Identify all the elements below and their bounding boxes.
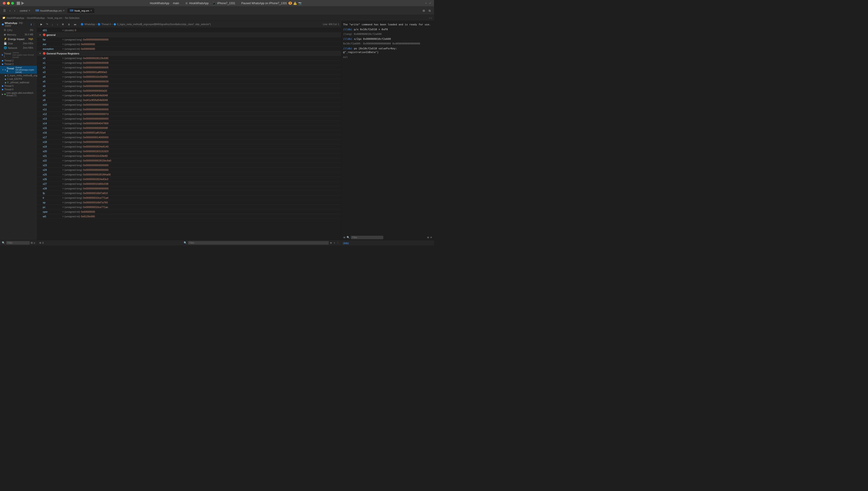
console-input-field[interactable] <box>350 241 432 244</box>
paused-status: Paused WhatsApp on iPhone7_1331 <box>241 2 287 5</box>
close-button[interactable] <box>3 2 6 5</box>
var-row-x1: x1 = (unsigned long) 0x0000000000000008 <box>37 60 341 65</box>
minimize-button[interactable] <box>7 2 10 5</box>
thread-item-3[interactable]: Thread 3 <box>0 62 37 66</box>
view-options-icon[interactable]: ⊞ <box>421 8 426 13</box>
thread-item-1[interactable]: Thread 1 Queue: com.apple.main-thread (s… <box>0 51 37 59</box>
scroll-right-icon[interactable]: › <box>431 17 432 19</box>
filter-mode-icon[interactable]: ≡ <box>34 241 35 244</box>
var-x23-type: = (unsigned long) <box>62 164 82 167</box>
var-row-pc: pc = (unsigned long) 0x000000010ce771ac <box>37 205 341 209</box>
eye-icon-console[interactable]: 👁 <box>343 236 346 239</box>
var-x0-name: x0 <box>43 57 61 60</box>
copy-icon[interactable]: ⊕ <box>427 236 429 239</box>
var-row-x17: x17 = (unsigned long) 0x0000000014000000 <box>37 135 341 140</box>
var-x22-value: 0x0000000002815bc8a0 <box>83 159 111 162</box>
options-icon[interactable]: ⋮ <box>33 23 35 26</box>
play-button[interactable] <box>21 2 24 5</box>
process-item[interactable]: WhatsApp PID 15800 ℹ ⋮ <box>0 21 37 28</box>
var-x27-name: x27 <box>43 182 61 185</box>
thread-4-child-3[interactable]: ◆ 9 _pthread_wqthread <box>0 81 37 84</box>
var-x14-name: x14 <box>43 122 61 125</box>
console-result-1: (long) 0x000000010cf2a600 <box>343 33 382 36</box>
variables-filter-input[interactable] <box>188 241 329 244</box>
step-in-btn[interactable]: ↓ <box>51 22 55 27</box>
tab-hookreg-icon: ⌨ <box>70 9 73 12</box>
scroll-left-icon[interactable]: ‹ <box>429 17 430 19</box>
breadcrumb-part-2[interactable]: HookWhatsApp <box>27 17 44 19</box>
pause-all-btn[interactable]: ⏸ <box>66 22 71 27</box>
var-section-general[interactable]: ▼ 🔴 general <box>37 33 341 37</box>
forward-icon[interactable]: › <box>13 8 17 13</box>
console-line-6: (lldb) po [0x10cf2a510 valueForKey: @"_r… <box>343 47 432 54</box>
breadcrumb-part-1[interactable]: HookWhatsApp <box>6 17 24 19</box>
metric-energy-label: Energy Impact <box>8 38 24 40</box>
thread-selector-thread-icon: 🔵 <box>98 23 100 26</box>
thread-item-4[interactable]: ▼ Thread 4 Queue: net.whatsapp.crypto (s… <box>0 66 37 74</box>
back-icon[interactable]: ‹ <box>8 8 12 13</box>
filter-input[interactable] <box>6 241 30 244</box>
var-x15-name: x15 <box>43 126 61 129</box>
var-row-lr: lr = (unsigned long) 0x000000010ce771a4 <box>37 196 341 200</box>
tab-hookreg-close[interactable]: ✕ <box>90 9 92 12</box>
tab-hookwhatsapp-icon: ⌨ <box>35 9 39 12</box>
tab-hookwhatsapp[interactable]: ⌨ HookWhatsApp.xm ✕ <box>33 8 67 13</box>
tab-control[interactable]: control ✕ <box>18 8 33 13</box>
options-icon-2[interactable]: ⋮ <box>337 241 339 244</box>
var-x17-value: 0x0000000014000000 <box>83 136 108 139</box>
metric-cpu[interactable]: ⚙ CPU 0% <box>0 28 37 32</box>
thread-item-6[interactable]: Thread 6 <box>0 88 37 91</box>
step-out-btn[interactable]: ↑ <box>56 22 60 27</box>
metric-memory[interactable]: ◉ Memory 36.6 MB <box>0 32 37 37</box>
thread-item-eventfetch[interactable]: ▶ com.apple.uikit.eventfetch-thread (7) <box>0 91 37 97</box>
console-search-input[interactable] <box>351 236 383 239</box>
breakpoint-btn[interactable]: ⊕ <box>60 22 65 27</box>
info-icon-2[interactable]: ℹ <box>42 241 43 244</box>
general-expand[interactable]: ▼ <box>39 34 43 36</box>
thread-item-5[interactable]: Thread 5 <box>0 84 37 88</box>
var-row-x2: x2 = (unsigned long) 0x0000000000000005 <box>37 65 341 70</box>
filter-dropdown-icon[interactable]: ▼ <box>330 241 332 244</box>
tab-hookreg[interactable]: ⌨ hook_reg.xm ✕ <box>67 8 94 13</box>
metric-disk[interactable]: 💾 Disk Zero KB/s <box>0 41 37 46</box>
metric-network[interactable]: 🌐 Network Zero KB/s <box>0 46 37 50</box>
var-w0-value: 0x8129c690 <box>81 215 95 218</box>
var-row-fp: fp = (unsigned long) 0x000000016bf7a810 <box>37 191 341 196</box>
breadcrumb-part-3[interactable]: hook_reg.xm <box>48 17 62 19</box>
fullscreen-button[interactable] <box>11 2 14 5</box>
thread-4-child-2[interactable]: ◆ 1 sub_6307F8 <box>0 77 37 81</box>
var-x10-name: x10 <box>43 103 61 106</box>
resume-all-btn[interactable]: ⏭ <box>72 22 78 27</box>
console-input-prompt: (lldb) <box>343 242 349 244</box>
split-view-icon[interactable]: ⧉ <box>427 8 432 13</box>
stop-button[interactable] <box>17 2 20 5</box>
thread-4-child-1[interactable]: ◆ 0_logos_meta_method$_ungrouped$WASigna… <box>0 74 37 77</box>
console-cmd-1: p/x 0x10cf2a510 + 0xF0 <box>354 28 388 31</box>
add-button[interactable]: ＋ <box>425 1 427 5</box>
gpr-expand[interactable]: ▼ <box>39 52 43 55</box>
thread-5-label: Thread 5 <box>4 85 13 87</box>
var-section-gpr[interactable]: ▼ 🔴 General Purpose Registers <box>37 51 341 56</box>
metric-energy[interactable]: ⚡ Energy Impact High <box>0 37 37 41</box>
tab-control-close[interactable]: ✕ <box>28 9 30 12</box>
expand-button[interactable]: ⤢ <box>429 2 431 5</box>
continue-btn[interactable]: ▶ <box>39 22 44 27</box>
var-sp-value: 0x000000016bf7a760 <box>83 201 107 204</box>
thread-eventfetch-expand[interactable]: ▶ <box>2 93 3 95</box>
var-x20-type: = (unsigned long) <box>62 150 82 153</box>
var-row-x18: x18 = (unsigned long) 0x0000000000000000 <box>37 140 341 144</box>
add-icon[interactable]: ＋ <box>333 241 336 244</box>
info-icon[interactable]: ℹ <box>31 23 32 26</box>
step-over-btn[interactable]: ↷ <box>44 22 50 27</box>
clear-icon[interactable]: ✕ <box>430 236 432 239</box>
thread-item-2[interactable]: Thread 2 <box>0 59 37 62</box>
breadcrumb-no-selection: No Selection <box>65 17 79 19</box>
var-row-x13: x13 = (unsigned long) 0x0000000000000000 <box>37 116 341 121</box>
search-icon: 🔍 <box>2 241 5 244</box>
sidebar-toggle-icon[interactable]: ☰ <box>2 8 7 13</box>
eye-icon[interactable]: 👁 <box>39 241 41 244</box>
var-x6-name: x6 <box>43 85 61 87</box>
tab-hookwhatsapp-close[interactable]: ✕ <box>63 9 65 12</box>
filter-options-icon[interactable]: ⊞ <box>31 241 33 244</box>
thread-4-expand[interactable]: ▼ <box>2 69 4 71</box>
